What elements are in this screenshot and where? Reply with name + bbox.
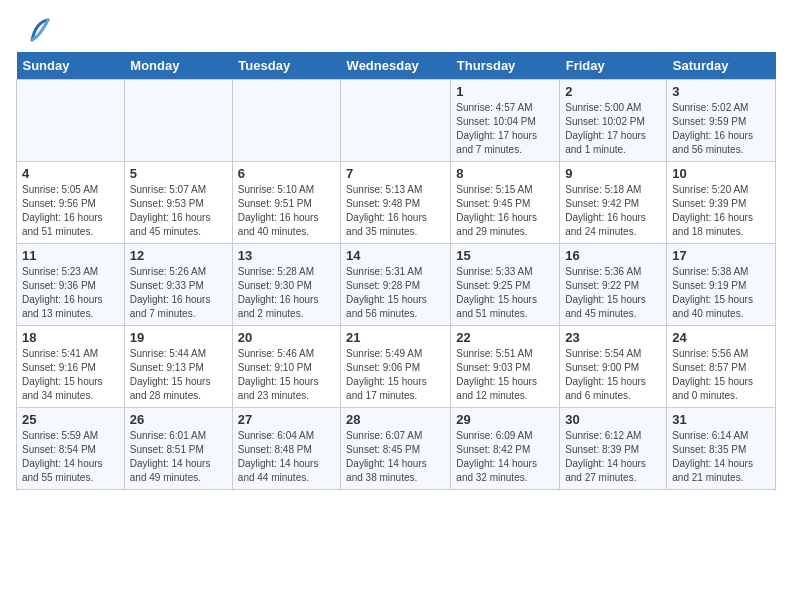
calendar-cell: 18Sunrise: 5:41 AM Sunset: 9:16 PM Dayli… bbox=[17, 326, 125, 408]
day-number: 25 bbox=[22, 412, 119, 427]
day-info: Sunrise: 5:20 AM Sunset: 9:39 PM Dayligh… bbox=[672, 183, 770, 239]
calendar-cell: 23Sunrise: 5:54 AM Sunset: 9:00 PM Dayli… bbox=[560, 326, 667, 408]
day-number: 23 bbox=[565, 330, 661, 345]
day-info: Sunrise: 5:13 AM Sunset: 9:48 PM Dayligh… bbox=[346, 183, 445, 239]
day-number: 19 bbox=[130, 330, 227, 345]
day-info: Sunrise: 5:41 AM Sunset: 9:16 PM Dayligh… bbox=[22, 347, 119, 403]
calendar-cell bbox=[17, 80, 125, 162]
weekday-header-thursday: Thursday bbox=[451, 52, 560, 80]
calendar-cell: 8Sunrise: 5:15 AM Sunset: 9:45 PM Daylig… bbox=[451, 162, 560, 244]
day-info: Sunrise: 5:00 AM Sunset: 10:02 PM Daylig… bbox=[565, 101, 661, 157]
day-number: 6 bbox=[238, 166, 335, 181]
calendar-cell: 29Sunrise: 6:09 AM Sunset: 8:42 PM Dayli… bbox=[451, 408, 560, 490]
calendar-cell: 15Sunrise: 5:33 AM Sunset: 9:25 PM Dayli… bbox=[451, 244, 560, 326]
calendar-week-row: 11Sunrise: 5:23 AM Sunset: 9:36 PM Dayli… bbox=[17, 244, 776, 326]
day-info: Sunrise: 6:01 AM Sunset: 8:51 PM Dayligh… bbox=[130, 429, 227, 485]
weekday-header-saturday: Saturday bbox=[667, 52, 776, 80]
calendar-cell: 24Sunrise: 5:56 AM Sunset: 8:57 PM Dayli… bbox=[667, 326, 776, 408]
day-number: 27 bbox=[238, 412, 335, 427]
calendar-cell: 13Sunrise: 5:28 AM Sunset: 9:30 PM Dayli… bbox=[232, 244, 340, 326]
calendar-cell: 10Sunrise: 5:20 AM Sunset: 9:39 PM Dayli… bbox=[667, 162, 776, 244]
day-number: 10 bbox=[672, 166, 770, 181]
day-info: Sunrise: 5:02 AM Sunset: 9:59 PM Dayligh… bbox=[672, 101, 770, 157]
calendar-cell: 21Sunrise: 5:49 AM Sunset: 9:06 PM Dayli… bbox=[341, 326, 451, 408]
page-header bbox=[16, 16, 776, 44]
day-number: 9 bbox=[565, 166, 661, 181]
logo-icon bbox=[22, 16, 50, 44]
calendar-cell: 11Sunrise: 5:23 AM Sunset: 9:36 PM Dayli… bbox=[17, 244, 125, 326]
calendar-cell: 25Sunrise: 5:59 AM Sunset: 8:54 PM Dayli… bbox=[17, 408, 125, 490]
calendar-cell: 27Sunrise: 6:04 AM Sunset: 8:48 PM Dayli… bbox=[232, 408, 340, 490]
day-number: 3 bbox=[672, 84, 770, 99]
day-number: 31 bbox=[672, 412, 770, 427]
calendar-cell: 3Sunrise: 5:02 AM Sunset: 9:59 PM Daylig… bbox=[667, 80, 776, 162]
day-number: 2 bbox=[565, 84, 661, 99]
day-number: 20 bbox=[238, 330, 335, 345]
day-info: Sunrise: 5:26 AM Sunset: 9:33 PM Dayligh… bbox=[130, 265, 227, 321]
calendar-cell: 28Sunrise: 6:07 AM Sunset: 8:45 PM Dayli… bbox=[341, 408, 451, 490]
calendar-cell: 9Sunrise: 5:18 AM Sunset: 9:42 PM Daylig… bbox=[560, 162, 667, 244]
day-number: 14 bbox=[346, 248, 445, 263]
day-number: 22 bbox=[456, 330, 554, 345]
day-number: 28 bbox=[346, 412, 445, 427]
day-info: Sunrise: 5:46 AM Sunset: 9:10 PM Dayligh… bbox=[238, 347, 335, 403]
weekday-header-tuesday: Tuesday bbox=[232, 52, 340, 80]
day-info: Sunrise: 5:49 AM Sunset: 9:06 PM Dayligh… bbox=[346, 347, 445, 403]
day-number: 8 bbox=[456, 166, 554, 181]
day-info: Sunrise: 5:10 AM Sunset: 9:51 PM Dayligh… bbox=[238, 183, 335, 239]
calendar-cell: 2Sunrise: 5:00 AM Sunset: 10:02 PM Dayli… bbox=[560, 80, 667, 162]
weekday-header-sunday: Sunday bbox=[17, 52, 125, 80]
day-number: 11 bbox=[22, 248, 119, 263]
calendar-cell: 5Sunrise: 5:07 AM Sunset: 9:53 PM Daylig… bbox=[124, 162, 232, 244]
day-info: Sunrise: 6:14 AM Sunset: 8:35 PM Dayligh… bbox=[672, 429, 770, 485]
calendar-cell: 7Sunrise: 5:13 AM Sunset: 9:48 PM Daylig… bbox=[341, 162, 451, 244]
day-info: Sunrise: 5:28 AM Sunset: 9:30 PM Dayligh… bbox=[238, 265, 335, 321]
day-number: 24 bbox=[672, 330, 770, 345]
calendar-cell: 14Sunrise: 5:31 AM Sunset: 9:28 PM Dayli… bbox=[341, 244, 451, 326]
day-number: 4 bbox=[22, 166, 119, 181]
day-info: Sunrise: 5:31 AM Sunset: 9:28 PM Dayligh… bbox=[346, 265, 445, 321]
calendar-week-row: 1Sunrise: 4:57 AM Sunset: 10:04 PM Dayli… bbox=[17, 80, 776, 162]
calendar-cell bbox=[124, 80, 232, 162]
day-info: Sunrise: 5:51 AM Sunset: 9:03 PM Dayligh… bbox=[456, 347, 554, 403]
calendar-cell: 19Sunrise: 5:44 AM Sunset: 9:13 PM Dayli… bbox=[124, 326, 232, 408]
calendar-week-row: 25Sunrise: 5:59 AM Sunset: 8:54 PM Dayli… bbox=[17, 408, 776, 490]
day-info: Sunrise: 4:57 AM Sunset: 10:04 PM Daylig… bbox=[456, 101, 554, 157]
day-number: 26 bbox=[130, 412, 227, 427]
day-info: Sunrise: 5:07 AM Sunset: 9:53 PM Dayligh… bbox=[130, 183, 227, 239]
day-info: Sunrise: 5:18 AM Sunset: 9:42 PM Dayligh… bbox=[565, 183, 661, 239]
day-info: Sunrise: 6:12 AM Sunset: 8:39 PM Dayligh… bbox=[565, 429, 661, 485]
day-info: Sunrise: 5:36 AM Sunset: 9:22 PM Dayligh… bbox=[565, 265, 661, 321]
day-info: Sunrise: 5:38 AM Sunset: 9:19 PM Dayligh… bbox=[672, 265, 770, 321]
weekday-header-friday: Friday bbox=[560, 52, 667, 80]
day-number: 21 bbox=[346, 330, 445, 345]
calendar-week-row: 4Sunrise: 5:05 AM Sunset: 9:56 PM Daylig… bbox=[17, 162, 776, 244]
day-number: 16 bbox=[565, 248, 661, 263]
day-info: Sunrise: 6:09 AM Sunset: 8:42 PM Dayligh… bbox=[456, 429, 554, 485]
calendar-cell: 20Sunrise: 5:46 AM Sunset: 9:10 PM Dayli… bbox=[232, 326, 340, 408]
day-info: Sunrise: 5:23 AM Sunset: 9:36 PM Dayligh… bbox=[22, 265, 119, 321]
day-info: Sunrise: 5:15 AM Sunset: 9:45 PM Dayligh… bbox=[456, 183, 554, 239]
day-info: Sunrise: 5:33 AM Sunset: 9:25 PM Dayligh… bbox=[456, 265, 554, 321]
day-number: 5 bbox=[130, 166, 227, 181]
calendar-cell: 17Sunrise: 5:38 AM Sunset: 9:19 PM Dayli… bbox=[667, 244, 776, 326]
calendar-cell: 4Sunrise: 5:05 AM Sunset: 9:56 PM Daylig… bbox=[17, 162, 125, 244]
calendar-cell: 16Sunrise: 5:36 AM Sunset: 9:22 PM Dayli… bbox=[560, 244, 667, 326]
day-number: 30 bbox=[565, 412, 661, 427]
calendar-cell: 31Sunrise: 6:14 AM Sunset: 8:35 PM Dayli… bbox=[667, 408, 776, 490]
weekday-header-row: SundayMondayTuesdayWednesdayThursdayFrid… bbox=[17, 52, 776, 80]
day-number: 13 bbox=[238, 248, 335, 263]
calendar-cell: 12Sunrise: 5:26 AM Sunset: 9:33 PM Dayli… bbox=[124, 244, 232, 326]
day-number: 7 bbox=[346, 166, 445, 181]
day-number: 12 bbox=[130, 248, 227, 263]
day-number: 17 bbox=[672, 248, 770, 263]
logo bbox=[16, 16, 50, 44]
day-number: 18 bbox=[22, 330, 119, 345]
calendar-cell: 30Sunrise: 6:12 AM Sunset: 8:39 PM Dayli… bbox=[560, 408, 667, 490]
weekday-header-monday: Monday bbox=[124, 52, 232, 80]
calendar-week-row: 18Sunrise: 5:41 AM Sunset: 9:16 PM Dayli… bbox=[17, 326, 776, 408]
weekday-header-wednesday: Wednesday bbox=[341, 52, 451, 80]
day-info: Sunrise: 5:05 AM Sunset: 9:56 PM Dayligh… bbox=[22, 183, 119, 239]
calendar-cell: 26Sunrise: 6:01 AM Sunset: 8:51 PM Dayli… bbox=[124, 408, 232, 490]
calendar-cell: 1Sunrise: 4:57 AM Sunset: 10:04 PM Dayli… bbox=[451, 80, 560, 162]
